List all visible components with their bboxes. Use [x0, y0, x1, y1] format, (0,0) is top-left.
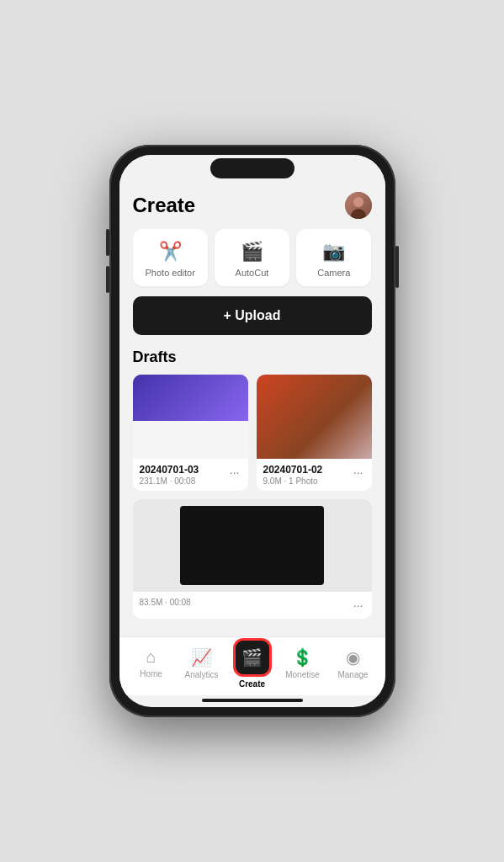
photo-editor-icon: ✂️	[159, 241, 182, 263]
create-icon-button[interactable]: 🎬	[233, 638, 272, 677]
nav-item-manage[interactable]: ◉ Manage	[332, 647, 375, 679]
draft-meta-1: 20240701-03 231.1M · 00:08	[140, 464, 228, 486]
tool-card-autocut[interactable]: 🎬 AutoCut	[215, 229, 289, 286]
home-label: Home	[140, 669, 162, 678]
camera-icon: 📷	[322, 241, 345, 263]
tool-card-camera[interactable]: 📷 Camera	[296, 229, 371, 286]
bottom-nav: ⌂ Home 📈 Analytics 🎬 Create 💲 Monetise ◉…	[119, 636, 385, 695]
upload-button[interactable]: + Upload	[133, 296, 372, 335]
draft-meta-2: 20240701-02 9.0M · 1 Photo	[263, 464, 352, 486]
draft-thumb-1	[133, 375, 248, 459]
nav-item-analytics[interactable]: 📈 Analytics	[180, 647, 224, 679]
create-label: Create	[239, 679, 265, 689]
manage-label: Manage	[337, 670, 368, 679]
drafts-grid: 20240701-03 231.1M · 00:08 ··· 20240701-…	[133, 375, 372, 491]
draft-size-2: 9.0M · 1 Photo	[263, 476, 352, 486]
manage-icon: ◉	[346, 647, 360, 668]
header: Create	[133, 185, 372, 229]
draft-item-2[interactable]: 20240701-02 9.0M · 1 Photo ···	[257, 375, 372, 491]
autocut-icon: 🎬	[241, 241, 263, 263]
draft-info-3: 83.5M · 00:08 ···	[133, 592, 372, 619]
draft-thumb-3-inner	[180, 506, 323, 585]
drafts-title: Drafts	[133, 349, 372, 366]
draft-more-1[interactable]: ···	[228, 464, 241, 481]
page-title: Create	[133, 194, 196, 217]
tool-cards-container: ✂️ Photo editor 🎬 AutoCut 📷 Camera	[133, 229, 372, 286]
draft-size-1: 231.1M · 00:08	[140, 476, 228, 486]
draft-name-2: 20240701-02	[263, 464, 352, 476]
camera-label: Camera	[317, 268, 350, 278]
monetise-label: Monetise	[285, 670, 320, 679]
tool-card-photo-editor[interactable]: ✂️ Photo editor	[133, 229, 208, 286]
nav-item-monetise[interactable]: 💲 Monetise	[281, 647, 325, 679]
draft-info-2: 20240701-02 9.0M · 1 Photo ···	[257, 459, 372, 491]
analytics-label: Analytics	[184, 670, 218, 679]
volume-up-button[interactable]	[106, 229, 109, 256]
phone-notch	[210, 158, 294, 178]
draft-thumb-3	[133, 499, 372, 592]
photo-editor-label: Photo editor	[146, 268, 195, 278]
draft-more-2[interactable]: ···	[352, 464, 365, 481]
draft-item-3[interactable]: 83.5M · 00:08 ···	[133, 499, 372, 619]
avatar-image	[345, 192, 372, 219]
draft-info-1: 20240701-03 231.1M · 00:08 ···	[133, 459, 248, 491]
home-icon: ⌂	[146, 647, 156, 667]
phone-shell: Create ✂️ Photo editor 🎬 AutoCut 📷 Camer…	[109, 145, 395, 717]
nav-item-home[interactable]: ⌂ Home	[130, 647, 173, 678]
nav-item-create[interactable]: 🎬 Create	[231, 638, 274, 689]
draft-item-1[interactable]: 20240701-03 231.1M · 00:08 ···	[133, 375, 248, 491]
draft-thumb-2	[257, 375, 372, 459]
draft-name-1: 20240701-03	[140, 464, 228, 476]
home-indicator	[202, 699, 303, 702]
content-area: Create ✂️ Photo editor 🎬 AutoCut 📷 Camer…	[119, 185, 385, 636]
volume-down-button[interactable]	[106, 266, 109, 293]
draft-more-3[interactable]: ···	[352, 597, 365, 614]
create-clapperboard-icon: 🎬	[241, 647, 263, 668]
monetise-icon: 💲	[292, 647, 313, 668]
power-button[interactable]	[395, 246, 399, 288]
phone-screen: Create ✂️ Photo editor 🎬 AutoCut 📷 Camer…	[119, 155, 385, 707]
analytics-icon: 📈	[191, 647, 212, 668]
draft-size-3: 83.5M · 00:08	[140, 598, 352, 607]
avatar[interactable]	[345, 192, 372, 219]
draft-meta-3: 83.5M · 00:08	[140, 597, 352, 607]
autocut-label: AutoCut	[236, 268, 269, 278]
